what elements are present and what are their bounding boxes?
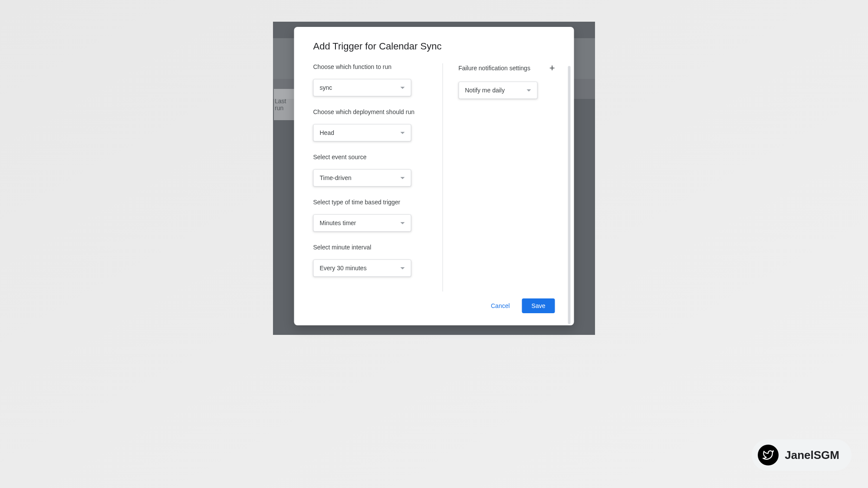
interval-select[interactable]: Every 30 minutes bbox=[313, 259, 411, 277]
function-select[interactable]: sync bbox=[313, 79, 411, 96]
event-source-select[interactable]: Time-driven bbox=[313, 169, 411, 187]
deployment-label: Choose which deployment should run bbox=[313, 108, 427, 115]
function-value: sync bbox=[320, 84, 332, 91]
chevron-down-icon bbox=[526, 89, 531, 92]
trigger-type-label: Select type of time based trigger bbox=[313, 199, 427, 206]
deployment-field-group: Choose which deployment should run Head bbox=[313, 108, 427, 141]
chevron-down-icon bbox=[401, 132, 405, 134]
event-source-label: Select event source bbox=[313, 154, 427, 160]
notification-select[interactable]: Notify me daily bbox=[458, 82, 537, 99]
chevron-down-icon bbox=[401, 267, 405, 269]
chevron-down-icon bbox=[401, 87, 405, 89]
function-label: Choose which function to run bbox=[313, 63, 427, 70]
watermark-text: JanelSGM bbox=[785, 449, 839, 462]
modal-body: Choose which function to run sync Choose… bbox=[313, 63, 555, 291]
event-source-field-group: Select event source Time-driven bbox=[313, 154, 427, 187]
deployment-select[interactable]: Head bbox=[313, 124, 411, 141]
modal-footer: Cancel Save bbox=[313, 298, 555, 313]
chevron-down-icon bbox=[401, 222, 405, 224]
interval-label: Select minute interval bbox=[313, 244, 427, 251]
left-column: Choose which function to run sync Choose… bbox=[313, 63, 443, 291]
backdrop-last-run: Last run bbox=[274, 89, 296, 120]
notification-label: Failure notification settings bbox=[458, 65, 530, 72]
watermark-badge: JanelSGM bbox=[752, 439, 852, 471]
cancel-button[interactable]: Cancel bbox=[489, 299, 512, 313]
right-column: Failure notification settings + Notify m… bbox=[443, 63, 555, 291]
event-source-value: Time-driven bbox=[320, 174, 352, 181]
deployment-value: Head bbox=[320, 129, 334, 136]
save-button[interactable]: Save bbox=[522, 298, 555, 313]
interval-value: Every 30 minutes bbox=[320, 265, 367, 272]
modal-title: Add Trigger for Calendar Sync bbox=[313, 41, 555, 52]
scrollbar[interactable] bbox=[568, 66, 571, 324]
trigger-type-select[interactable]: Minutes timer bbox=[313, 214, 411, 232]
plus-icon[interactable]: + bbox=[549, 63, 555, 73]
add-trigger-modal: Add Trigger for Calendar Sync Choose whi… bbox=[294, 27, 574, 325]
notification-value: Notify me daily bbox=[465, 87, 505, 94]
twitter-icon-circle bbox=[758, 445, 779, 465]
chevron-down-icon bbox=[401, 177, 405, 179]
notification-header: Failure notification settings + bbox=[458, 63, 555, 73]
interval-field-group: Select minute interval Every 30 minutes bbox=[313, 244, 427, 277]
twitter-icon bbox=[763, 449, 774, 461]
trigger-type-value: Minutes timer bbox=[320, 219, 356, 226]
trigger-type-field-group: Select type of time based trigger Minute… bbox=[313, 199, 427, 232]
function-field-group: Choose which function to run sync bbox=[313, 63, 427, 96]
